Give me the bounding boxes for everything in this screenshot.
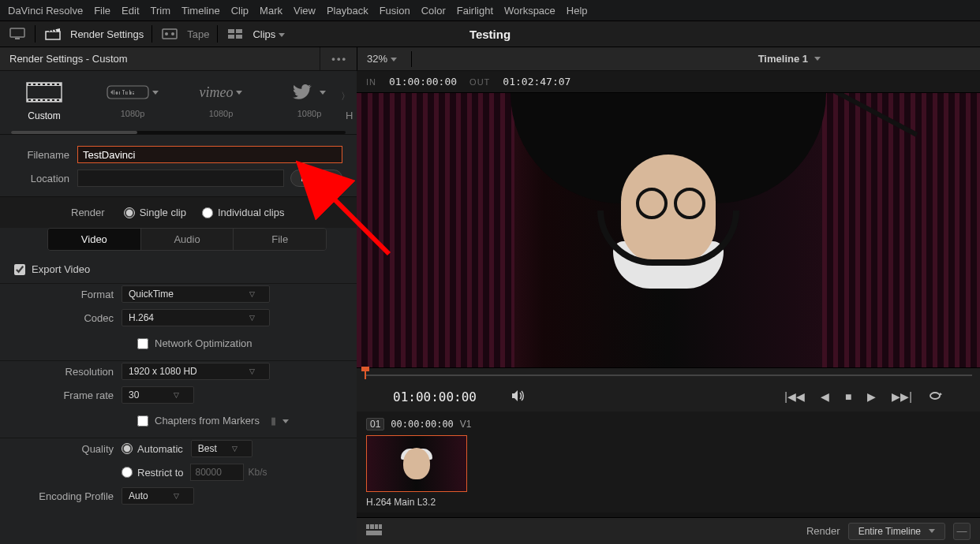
framerate-select[interactable]: 30▽: [122, 386, 194, 404]
chevron-down-icon: [152, 91, 159, 95]
chevron-down-icon: [279, 33, 285, 37]
tape-icon[interactable]: [160, 27, 179, 41]
play-icon[interactable]: ▶: [867, 390, 876, 403]
resolution-label: Resolution: [14, 366, 114, 378]
preset-scroll-right[interactable]: 〉: [341, 90, 350, 103]
svg-rect-29: [369, 524, 370, 529]
format-select[interactable]: QuickTime▽: [122, 285, 270, 303]
marker-color-icon[interactable]: ▮: [271, 415, 289, 427]
loop-icon[interactable]: [928, 390, 944, 404]
viewer-zoom[interactable]: 32%: [367, 53, 397, 65]
filmstrip-icon: [26, 79, 62, 106]
menu-view[interactable]: View: [294, 5, 316, 17]
scrub-bar[interactable]: [357, 367, 980, 382]
chevron-down-icon: [320, 91, 326, 95]
menu-file[interactable]: File: [94, 5, 110, 17]
menu-fairlight[interactable]: Fairlight: [457, 5, 493, 17]
youtube-icon: [107, 79, 159, 106]
menu-fusion[interactable]: Fusion: [380, 5, 410, 17]
vimeo-icon: vimeo: [200, 79, 243, 106]
timeline-selector[interactable]: Timeline 1: [758, 53, 821, 65]
preset-scrollbar[interactable]: [11, 131, 346, 134]
svg-rect-3: [163, 29, 177, 39]
in-label: IN: [366, 77, 376, 87]
project-title: Testing: [469, 28, 511, 41]
clip-thumbnail[interactable]: [366, 435, 467, 492]
menu-mark[interactable]: Mark: [260, 5, 282, 17]
svg-rect-20: [28, 99, 31, 101]
menu-color[interactable]: Color: [421, 5, 446, 17]
clip-index: 01: [366, 418, 384, 430]
panel-title: Render Settings - Custom: [9, 53, 128, 65]
menu-timeline[interactable]: Timeline: [181, 5, 220, 17]
playhead[interactable]: [365, 368, 366, 379]
resolution-select[interactable]: 1920 x 1080 HD▽: [122, 363, 270, 380]
go-end-icon[interactable]: ▶▶|: [892, 390, 912, 403]
out-timecode[interactable]: 01:02:47:07: [503, 76, 570, 88]
go-start-icon[interactable]: |◀◀: [784, 390, 805, 403]
menu-workspace[interactable]: Workspace: [504, 5, 555, 17]
out-label: OUT: [469, 77, 490, 87]
preset-youtube[interactable]: 1080p: [99, 79, 166, 121]
preset-label: Custom: [28, 110, 60, 121]
format-label: Format: [14, 289, 114, 300]
menu-edit[interactable]: Edit: [122, 5, 139, 17]
tape-toggle[interactable]: Tape: [187, 28, 209, 40]
step-back-icon[interactable]: ◀: [821, 390, 829, 403]
codec-select[interactable]: H.264▽: [122, 309, 270, 326]
render-settings-toggle[interactable]: Render Settings: [70, 28, 144, 40]
speaker-icon[interactable]: [511, 389, 526, 404]
location-input[interactable]: [77, 170, 284, 187]
tab-file[interactable]: File: [234, 229, 326, 250]
preset-twitter[interactable]: 1080p: [276, 79, 342, 121]
export-video-checkbox[interactable]: [14, 264, 25, 275]
chapters-checkbox[interactable]: [137, 415, 148, 427]
render-preset-strip[interactable]: Custom 1080p vimeo 1080p 1080p 1080p 〉: [0, 71, 357, 129]
svg-rect-9: [236, 35, 242, 39]
menu-help[interactable]: Help: [567, 5, 588, 17]
timeline-view-icon[interactable]: [366, 524, 382, 538]
tab-audio[interactable]: Audio: [141, 229, 234, 250]
quality-auto-radio[interactable]: Automatic: [122, 443, 183, 455]
svg-rect-25: [52, 99, 54, 101]
menu-app[interactable]: DaVinci Resolve: [8, 5, 83, 17]
transport-timecode[interactable]: 01:00:00:00: [393, 389, 477, 404]
menu-clip[interactable]: Clip: [231, 5, 249, 17]
render-scope-select[interactable]: Entire Timeline: [848, 523, 945, 540]
stop-icon[interactable]: ■: [845, 390, 851, 403]
menu-playback[interactable]: Playback: [327, 5, 368, 17]
clips-toggle[interactable]: Clips: [252, 28, 285, 40]
app-menubar: DaVinci Resolve File Edit Trim Timeline …: [0, 0, 980, 20]
bitrate-input[interactable]: [190, 464, 244, 481]
clapperboard-icon[interactable]: [43, 27, 62, 41]
render-label: Render: [806, 525, 840, 537]
filename-input[interactable]: [77, 146, 342, 163]
individual-clips-radio[interactable]: Individual clips: [202, 207, 285, 218]
quality-preset-select[interactable]: Best▽: [191, 440, 252, 457]
video-viewer[interactable]: [357, 93, 980, 367]
network-opt-checkbox[interactable]: [137, 338, 148, 349]
svg-point-4: [165, 32, 168, 35]
preset-truncated: H: [346, 110, 353, 121]
encoding-profile-select[interactable]: Auto▽: [122, 487, 194, 505]
clips-icon[interactable]: [226, 27, 245, 41]
timeline-footer: Render Entire Timeline —: [357, 517, 980, 544]
tab-video[interactable]: Video: [48, 229, 141, 250]
svg-rect-14: [33, 84, 36, 85]
browse-button[interactable]: Browse: [290, 170, 342, 187]
single-clip-radio[interactable]: Single clip: [124, 207, 186, 218]
panel-options-icon[interactable]: •••: [320, 47, 347, 70]
svg-rect-6: [228, 29, 234, 33]
deliver-toolbar: Render Settings Tape Clips Testing: [0, 20, 980, 47]
menu-trim[interactable]: Trim: [151, 5, 171, 17]
preset-vimeo[interactable]: vimeo 1080p: [188, 79, 254, 121]
svg-point-5: [171, 32, 174, 35]
quality-restrict-radio[interactable]: Restrict to: [122, 467, 184, 479]
svg-rect-16: [43, 84, 45, 85]
monitor-icon[interactable]: [8, 27, 27, 41]
transport-bar: 01:00:00:00 |◀◀ ◀ ■ ▶ ▶▶|: [357, 382, 980, 412]
collapse-icon[interactable]: —: [953, 523, 971, 540]
preset-custom[interactable]: Custom: [11, 79, 77, 121]
svg-rect-31: [378, 524, 379, 529]
in-timecode[interactable]: 01:00:00:00: [389, 76, 457, 88]
